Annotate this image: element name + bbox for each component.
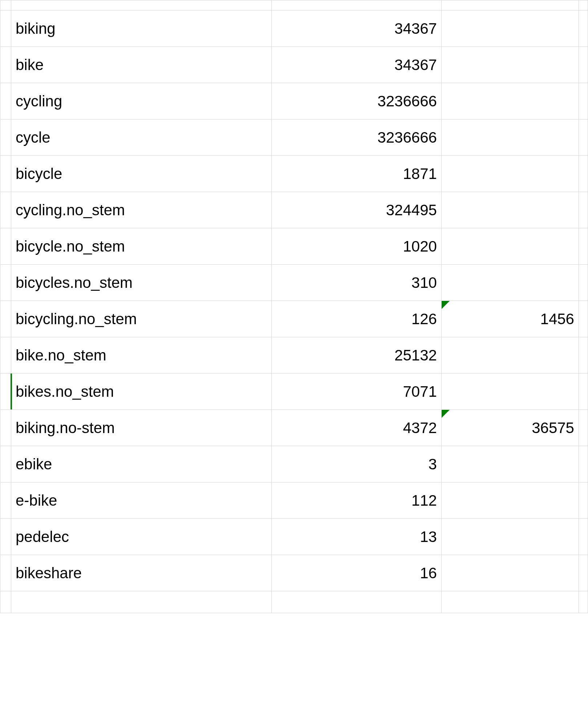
term-cell[interactable]: bike: [11, 47, 271, 83]
count-cell[interactable]: 3236666: [272, 83, 442, 119]
count-cell[interactable]: 3: [272, 446, 442, 482]
cell-empty[interactable]: [579, 265, 588, 301]
table-row: bicycle1871: [0, 156, 588, 192]
row-gutter[interactable]: [0, 410, 11, 446]
extra-cell[interactable]: [441, 83, 579, 119]
count-cell[interactable]: 7071: [272, 374, 442, 410]
extra-cell[interactable]: [441, 446, 579, 482]
row-gutter[interactable]: [0, 119, 11, 156]
term-cell[interactable]: bicycle: [11, 156, 271, 192]
table-row: cycling3236666: [0, 83, 588, 119]
row-gutter[interactable]: [0, 47, 11, 83]
cell-empty[interactable]: [0, 0, 11, 11]
extra-cell[interactable]: [441, 156, 579, 192]
term-cell[interactable]: bike.no_stem: [11, 337, 271, 374]
row-gutter[interactable]: [0, 192, 11, 228]
table-row: bikeshare16: [0, 555, 588, 591]
row-gutter[interactable]: [0, 446, 11, 482]
cell-empty[interactable]: [0, 591, 11, 613]
row-gutter[interactable]: [0, 337, 11, 374]
extra-cell[interactable]: [441, 11, 579, 47]
row-gutter[interactable]: [0, 374, 11, 410]
extra-cell[interactable]: [441, 47, 579, 83]
table-row: biking.no-stem437236575: [0, 410, 588, 446]
row-gutter[interactable]: [0, 11, 11, 47]
count-cell[interactable]: 34367: [272, 11, 442, 47]
cell-empty[interactable]: [579, 0, 588, 11]
term-cell[interactable]: biking: [11, 11, 271, 47]
cell-empty[interactable]: [579, 11, 588, 47]
row-gutter[interactable]: [0, 228, 11, 265]
extra-cell[interactable]: 36575: [441, 410, 579, 446]
cell-empty[interactable]: [579, 83, 588, 119]
extra-cell[interactable]: 1456: [441, 301, 579, 337]
cell-empty[interactable]: [579, 374, 588, 410]
row-gutter[interactable]: [0, 555, 11, 591]
cell-empty[interactable]: [579, 119, 588, 156]
count-cell[interactable]: 310: [272, 265, 442, 301]
cell-empty[interactable]: [579, 47, 588, 83]
cell-empty[interactable]: [272, 0, 442, 11]
cell-empty[interactable]: [441, 591, 579, 613]
extra-cell[interactable]: [441, 555, 579, 591]
count-cell[interactable]: 1871: [272, 156, 442, 192]
table-row: bikes.no_stem7071: [0, 374, 588, 410]
term-cell[interactable]: biking.no-stem: [11, 410, 271, 446]
term-cell[interactable]: bicycling.no_stem: [11, 301, 271, 337]
term-cell[interactable]: bicycle.no_stem: [11, 228, 271, 265]
extra-cell[interactable]: [441, 119, 579, 156]
cell-empty[interactable]: [579, 337, 588, 374]
count-cell[interactable]: 1020: [272, 228, 442, 265]
term-cell[interactable]: cycling.no_stem: [11, 192, 271, 228]
cell-empty[interactable]: [579, 555, 588, 591]
count-cell[interactable]: 112: [272, 482, 442, 519]
cell-empty[interactable]: [579, 410, 588, 446]
row-gutter[interactable]: [0, 156, 11, 192]
count-cell[interactable]: 16: [272, 555, 442, 591]
row-gutter[interactable]: [0, 482, 11, 519]
cell-empty[interactable]: [579, 482, 588, 519]
extra-cell[interactable]: [441, 374, 579, 410]
row-gutter[interactable]: [0, 265, 11, 301]
cell-empty[interactable]: [579, 156, 588, 192]
cell-empty[interactable]: [579, 591, 588, 613]
cell-empty[interactable]: [272, 591, 442, 613]
extra-cell[interactable]: [441, 482, 579, 519]
term-cell[interactable]: cycling: [11, 83, 271, 119]
term-cell[interactable]: bikes.no_stem: [11, 374, 271, 410]
extra-cell[interactable]: [441, 265, 579, 301]
table-row: bicycles.no_stem310: [0, 265, 588, 301]
extra-cell[interactable]: [441, 228, 579, 265]
extra-cell[interactable]: [441, 337, 579, 374]
extra-cell[interactable]: [441, 192, 579, 228]
cell-empty[interactable]: [441, 0, 579, 11]
row-gutter[interactable]: [0, 519, 11, 555]
count-cell[interactable]: 13: [272, 519, 442, 555]
table-row: biking34367: [0, 11, 588, 47]
count-cell[interactable]: 324495: [272, 192, 442, 228]
count-cell[interactable]: 126: [272, 301, 442, 337]
term-cell[interactable]: bikeshare: [11, 555, 271, 591]
count-cell[interactable]: 3236666: [272, 119, 442, 156]
cell-empty[interactable]: [579, 192, 588, 228]
table-row: bike34367: [0, 47, 588, 83]
term-cell[interactable]: ebike: [11, 446, 271, 482]
cell-empty[interactable]: [579, 446, 588, 482]
cell-empty[interactable]: [579, 228, 588, 265]
table-row: bicycling.no_stem1261456: [0, 301, 588, 337]
term-cell[interactable]: e-bike: [11, 482, 271, 519]
cell-empty[interactable]: [579, 519, 588, 555]
row-gutter[interactable]: [0, 301, 11, 337]
count-cell[interactable]: 34367: [272, 47, 442, 83]
extra-cell[interactable]: [441, 519, 579, 555]
term-cell[interactable]: pedelec: [11, 519, 271, 555]
cell-empty[interactable]: [579, 301, 588, 337]
count-cell[interactable]: 25132: [272, 337, 442, 374]
term-cell[interactable]: cycle: [11, 119, 271, 156]
spreadsheet-grid[interactable]: biking34367bike34367cycling3236666cycle3…: [0, 0, 588, 613]
count-cell[interactable]: 4372: [272, 410, 442, 446]
term-cell[interactable]: bicycles.no_stem: [11, 265, 271, 301]
cell-empty[interactable]: [11, 591, 271, 613]
cell-empty[interactable]: [11, 0, 271, 11]
row-gutter[interactable]: [0, 83, 11, 119]
